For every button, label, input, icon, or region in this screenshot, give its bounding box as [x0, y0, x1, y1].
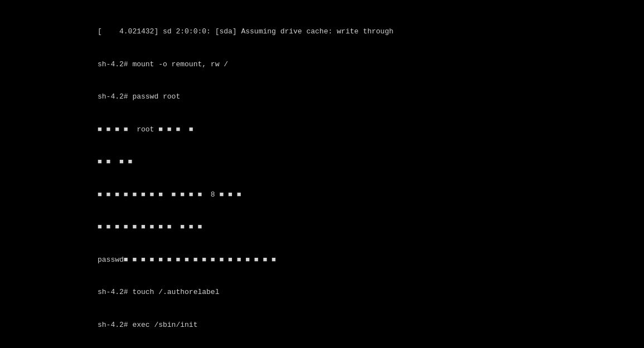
terminal-line-9: sh-4.2# touch /.authorelabel — [98, 287, 644, 298]
terminal-window: [ 4.021432] sd 2:0:0:0: [sda] Assuming d… — [0, 0, 644, 348]
terminal-line-4: ■ ■ ■ ■ root ■ ■ ■ ■ — [98, 124, 644, 135]
terminal-line-8: passwd■ ■ ■ ■ ■ ■ ■ ■ ■ ■ ■ ■ ■ ■ ■ ■ ■ … — [98, 254, 644, 266]
terminal-line-10: sh-4.2# exec /sbin/init — [98, 320, 644, 331]
terminal-line-7: ■ ■ ■ ■ ■ ■ ■ ■ ■ ■ ■ ■ — [98, 222, 644, 233]
terminal-line-2: sh-4.2# mount -o remount, rw / — [98, 59, 644, 70]
terminal-line-5: ■ ■ ■ ■ — [98, 156, 644, 168]
terminal-line-6: ■ ■ ■ ■ ■ ■ ■ ■ ■ ■ ■ ■ 8 ■ ■ ■ — [98, 189, 644, 200]
terminal-line-1: [ 4.021432] sd 2:0:0:0: [sda] Assuming d… — [98, 26, 644, 37]
terminal-line-3: sh-4.2# passwd root — [98, 91, 644, 102]
